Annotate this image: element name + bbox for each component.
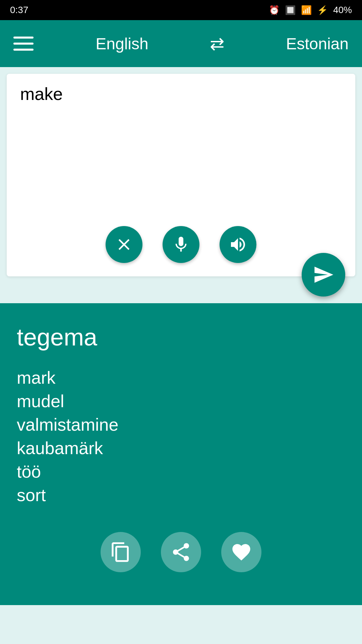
target-language[interactable]: Estonian	[286, 35, 349, 53]
heart-icon	[231, 541, 252, 563]
swap-languages-button[interactable]: ⇄	[204, 30, 231, 57]
result-section: tegema markmudelvalmistaminekaubamärktöö…	[0, 303, 362, 605]
clear-button[interactable]	[106, 226, 142, 263]
result-actions	[17, 532, 345, 572]
main-translation: tegema	[17, 323, 345, 351]
list-item: mudel	[17, 391, 345, 411]
list-item: valmistamine	[17, 415, 345, 435]
input-card: make	[7, 74, 355, 276]
alarm-icon: ⏰	[269, 5, 280, 15]
share-button[interactable]	[161, 532, 201, 572]
status-time: 0:37	[10, 5, 28, 15]
status-bar: 0:37 ⏰ 🔲 📶 ⚡ 40%	[0, 0, 362, 20]
swap-icon: ⇄	[210, 34, 225, 54]
signal-icon: 📶	[301, 5, 312, 15]
alternatives-list: markmudelvalmistaminekaubamärktöösort	[17, 368, 345, 505]
status-icons: ⏰ 🔲 📶 ⚡ 40%	[269, 5, 352, 15]
text-input[interactable]: make	[20, 84, 342, 218]
list-item: mark	[17, 368, 345, 388]
battery-charging-icon: ⚡	[317, 5, 328, 15]
volume-icon	[229, 235, 247, 254]
microphone-icon	[172, 235, 190, 254]
copy-button[interactable]	[101, 532, 141, 572]
speak-button[interactable]	[220, 226, 256, 263]
list-item: sort	[17, 485, 345, 505]
translate-button[interactable]	[302, 253, 345, 297]
source-language[interactable]: English	[96, 35, 148, 53]
microphone-button[interactable]	[163, 226, 199, 263]
sim-icon: 🔲	[285, 5, 296, 15]
menu-button[interactable]	[13, 37, 40, 51]
input-section: make	[0, 67, 362, 283]
battery-percent: 40%	[333, 5, 352, 15]
hamburger-icon	[13, 37, 40, 51]
favorite-button[interactable]	[221, 532, 261, 572]
copy-icon	[110, 541, 131, 563]
toolbar: English ⇄ Estonian	[0, 20, 362, 67]
share-icon	[170, 541, 192, 563]
send-icon	[313, 264, 334, 285]
input-actions	[20, 226, 342, 263]
list-item: kaubamärk	[17, 438, 345, 458]
input-card-wrapper: make	[7, 74, 355, 276]
list-item: töö	[17, 462, 345, 482]
close-icon	[115, 235, 133, 254]
